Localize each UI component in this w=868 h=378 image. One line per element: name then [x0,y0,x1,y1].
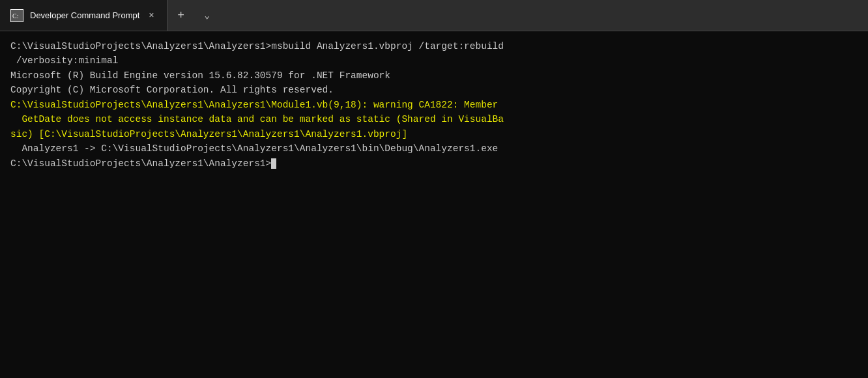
dropdown-button[interactable]: ⌄ [194,0,220,31]
terminal-line: C:\VisualStudioProjects\Analyzers1\Analy… [10,156,858,171]
terminal-line: Analyzers1 -> C:\VisualStudioProjects\An… [10,141,858,156]
terminal-icon: C: [10,9,23,22]
terminal-line: C:\VisualStudioProjects\Analyzers1\Analy… [10,98,858,141]
svg-text:C:: C: [12,12,18,20]
close-tab-button[interactable]: × [146,9,156,22]
new-tab-button[interactable]: + [168,0,194,31]
tab-title: Developer Command Prompt [30,10,139,20]
terminal-body: C:\VisualStudioProjects\Analyzers1\Analy… [0,31,868,378]
cursor [271,158,276,169]
title-bar: C: Developer Command Prompt × + ⌄ [0,0,868,31]
terminal-output: C:\VisualStudioProjects\Analyzers1\Analy… [10,39,858,171]
terminal-line: Microsoft (R) Build Engine version 15.6.… [10,68,858,83]
active-tab[interactable]: C: Developer Command Prompt × [0,0,168,31]
terminal-line: C:\VisualStudioProjects\Analyzers1\Analy… [10,39,858,68]
terminal-line: Copyright (C) Microsoft Corporation. All… [10,83,858,97]
